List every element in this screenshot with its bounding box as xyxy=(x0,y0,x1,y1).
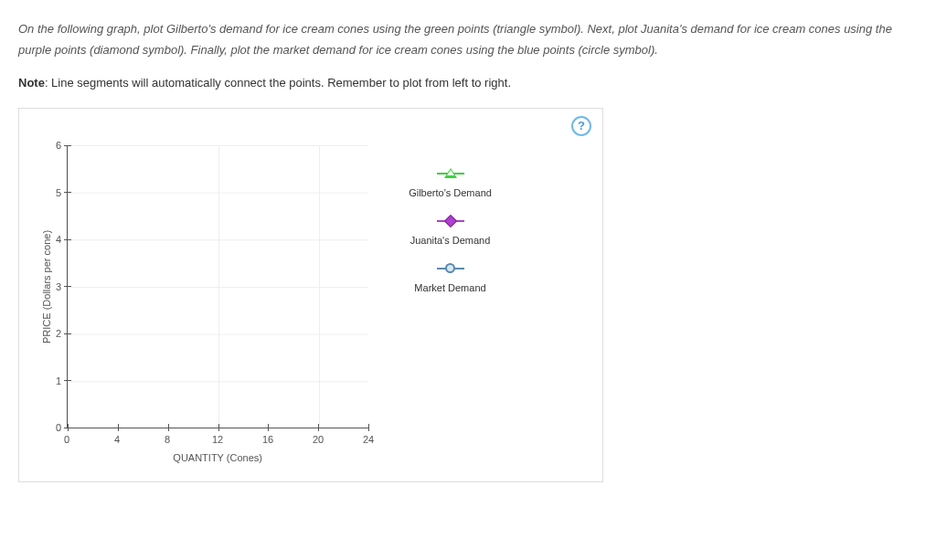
note-body: : Line segments will automatically conne… xyxy=(45,76,511,90)
chart-body: PRICE (Dollars per cone) 6 5 4 3 2 1 0 xyxy=(28,118,593,472)
y-axis-label: PRICE (Dollars per cone) xyxy=(37,145,56,428)
legend: Gilberto's Demand Juanita's Demand Marke… xyxy=(368,145,495,463)
x-tick: 0 xyxy=(64,434,69,445)
y-tick: 2 xyxy=(56,333,61,334)
y-tick: 3 xyxy=(56,286,61,287)
instructions-text: On the following graph, plot Gilberto's … xyxy=(18,18,918,61)
legend-item-gilberto[interactable]: Gilberto's Demand xyxy=(405,164,495,202)
chart-left: PRICE (Dollars per cone) 6 5 4 3 2 1 0 xyxy=(37,145,67,463)
x-tick: 4 xyxy=(114,434,120,445)
instructions-paragraph-1: On the following graph, plot Gilberto's … xyxy=(18,22,892,57)
legend-label: Juanita's Demand xyxy=(410,235,491,246)
legend-label: Gilberto's Demand xyxy=(409,187,492,198)
legend-item-juanita[interactable]: Juanita's Demand xyxy=(405,211,495,249)
plot-area[interactable]: 0 4 8 12 16 20 24 QUANTITY (Cones) xyxy=(67,145,368,463)
note-text: Note: Line segments will automatically c… xyxy=(18,76,918,90)
legend-item-market[interactable]: Market Demand xyxy=(405,259,495,297)
x-tick: 24 xyxy=(363,434,374,445)
x-tick: 12 xyxy=(212,434,223,445)
y-tick: 1 xyxy=(56,380,61,381)
diamond-icon xyxy=(437,215,464,227)
triangle-icon xyxy=(437,167,464,180)
plot-grid[interactable] xyxy=(67,145,368,428)
note-prefix: Note xyxy=(18,76,45,90)
circle-icon xyxy=(437,262,464,275)
x-tick: 8 xyxy=(165,434,170,445)
help-button[interactable]: ? xyxy=(571,116,591,136)
x-axis-label: QUANTITY (Cones) xyxy=(67,452,368,463)
x-tick: 20 xyxy=(313,434,324,445)
legend-label: Market Demand xyxy=(414,282,485,293)
y-tick: 0 xyxy=(56,428,61,428)
y-tick: 5 xyxy=(56,192,61,193)
chart-container: ? PRICE (Dollars per cone) 6 5 4 3 2 1 0 xyxy=(18,108,603,482)
y-tick: 6 xyxy=(56,145,61,146)
x-tick: 16 xyxy=(262,434,273,445)
y-tick: 4 xyxy=(56,239,61,240)
